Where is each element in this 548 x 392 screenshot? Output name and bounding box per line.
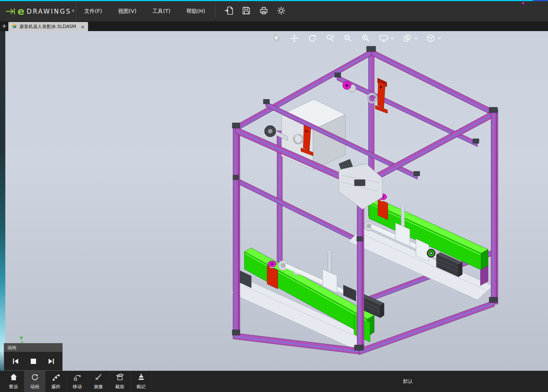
rail-coupling[interactable] <box>343 81 356 92</box>
orientation-caret-icon[interactable] <box>438 37 441 40</box>
display-mode-caret-icon[interactable] <box>391 37 394 40</box>
menu-help[interactable]: 帮助(H) <box>178 1 213 21</box>
select-cursor-icon[interactable] <box>272 33 282 43</box>
gear-icon <box>276 6 286 17</box>
animation-panel: 动画 <box>4 343 63 371</box>
desktop-artifact-dot <box>522 2 524 4</box>
stamp-button[interactable]: 戳记 <box>131 371 152 392</box>
home-icon <box>9 373 18 383</box>
measure-label: 测量 <box>94 384 103 390</box>
cabinet-box[interactable] <box>282 99 345 170</box>
configuration-label: 默认 <box>403 371 413 392</box>
menu-items: 文件(F) 视图(V) 工具(T) 帮助(H) <box>76 1 213 21</box>
logo-e: e <box>17 6 24 16</box>
open-file-icon <box>224 6 234 17</box>
animation-icon <box>30 373 39 383</box>
tab-title: 康复机器人装配体.SLDASM <box>19 24 76 30</box>
display-mode-group <box>379 33 394 43</box>
next-frame-button[interactable] <box>46 356 57 367</box>
pan-icon[interactable] <box>290 33 299 43</box>
previous-frame-button[interactable] <box>10 356 21 367</box>
new-tab-button[interactable]: + <box>1 22 7 30</box>
tab-close-icon[interactable]: × <box>80 24 85 30</box>
window-top-edge-accent <box>533 0 548 1</box>
move-label: 移动 <box>73 384 82 390</box>
orientation-group <box>426 33 441 43</box>
open-file-button[interactable] <box>220 1 238 21</box>
menubar-separator <box>215 5 216 18</box>
reset-button[interactable]: 重设 <box>3 371 24 392</box>
print-button[interactable] <box>255 1 272 21</box>
print-icon <box>259 6 269 17</box>
bottom-toolbar: 重设 动画 爆炸 移动 测量 截面 戳记 默认 <box>0 371 548 392</box>
cad-model[interactable] <box>5 31 548 371</box>
save-button[interactable] <box>238 1 255 21</box>
split-view-group <box>402 33 418 43</box>
stop-button[interactable] <box>28 356 39 367</box>
menu-view[interactable]: 视图(V) <box>110 1 145 21</box>
animation-label: 动画 <box>30 384 39 390</box>
edrawings-logo: e DRAWINGS ® <box>0 1 76 21</box>
orientation-cube-icon[interactable] <box>426 33 436 43</box>
graphics-viewport[interactable]: Y <box>5 31 548 371</box>
desktop-background-strip <box>0 31 5 371</box>
animation-controls <box>4 352 62 370</box>
document-tab[interactable]: 康复机器人装配体.SLDASM × <box>8 22 88 31</box>
window-top-edge <box>0 0 533 1</box>
save-icon <box>241 6 251 17</box>
zoom-icon[interactable] <box>325 33 335 43</box>
stamp-label: 戳记 <box>137 384 146 390</box>
split-view-caret-icon[interactable] <box>414 37 418 40</box>
section-label: 截面 <box>115 384 124 390</box>
measure-button[interactable]: 测量 <box>88 371 109 392</box>
menubar-toolbar <box>220 1 290 21</box>
animation-button[interactable]: 动画 <box>24 371 46 392</box>
display-mode-icon[interactable] <box>379 33 389 43</box>
tab-bar: + 康复机器人装配体.SLDASM × <box>0 21 548 31</box>
section-icon <box>115 373 124 383</box>
settings-button[interactable] <box>272 1 290 21</box>
animation-panel-title: 动画 <box>4 343 62 352</box>
move-button[interactable]: 移动 <box>67 371 88 392</box>
menu-bar: e DRAWINGS ® 文件(F) 视图(V) 工具(T) 帮助(H) <box>0 1 548 21</box>
rotate-icon[interactable] <box>307 33 317 43</box>
explode-button[interactable]: 爆炸 <box>46 371 67 392</box>
view-toolbar <box>272 33 441 43</box>
assembly-icon <box>12 23 17 30</box>
stamp-icon <box>137 373 146 383</box>
logo-arrow-icon <box>5 7 17 16</box>
triad-y-axis-label: Y <box>20 336 23 341</box>
move-icon <box>73 373 82 383</box>
explode-label: 爆炸 <box>52 384 61 390</box>
logo-text: DRAWINGS <box>27 8 71 15</box>
reset-label: 重设 <box>9 384 18 390</box>
section-button[interactable]: 截面 <box>109 371 131 392</box>
zoom-window-icon[interactable] <box>343 33 353 43</box>
menu-file[interactable]: 文件(F) <box>76 1 110 21</box>
measure-icon <box>94 373 103 383</box>
explode-icon <box>52 373 61 383</box>
split-view-icon[interactable] <box>402 33 412 43</box>
zoom-fit-icon[interactable] <box>361 33 371 43</box>
menu-tools[interactable]: 工具(T) <box>145 1 178 21</box>
logo-registered-mark: ® <box>72 9 75 13</box>
